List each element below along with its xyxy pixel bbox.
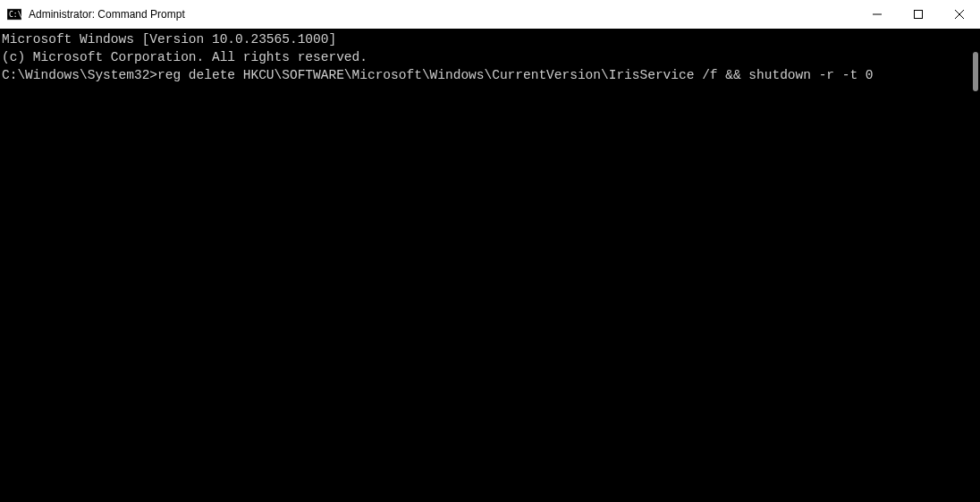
window-controls (857, 0, 980, 29)
maximize-button[interactable] (898, 0, 939, 29)
terminal-prompt: C:\Windows\System32> (2, 68, 157, 82)
titlebar[interactable]: C:\ Administrator: Command Prompt (0, 0, 980, 29)
scrollbar-thumb[interactable] (973, 52, 978, 91)
vertical-scrollbar[interactable] (966, 29, 980, 502)
minimize-button[interactable] (857, 0, 898, 29)
terminal-line-copyright: (c) Microsoft Corporation. All rights re… (2, 48, 980, 66)
command-prompt-window: C:\ Administrator: Command Prompt (0, 0, 980, 502)
terminal-prompt-line: C:\Windows\System32>reg delete HKCU\SOFT… (2, 66, 980, 84)
terminal-command[interactable]: reg delete HKCU\SOFTWARE\Microsoft\Windo… (157, 68, 874, 82)
terminal-line-version: Microsoft Windows [Version 10.0.23565.10… (2, 30, 980, 48)
window-title: Administrator: Command Prompt (29, 8, 185, 21)
close-button[interactable] (939, 0, 980, 29)
svg-text:C:\: C:\ (9, 11, 21, 19)
svg-rect-3 (915, 11, 923, 19)
terminal-area[interactable]: Microsoft Windows [Version 10.0.23565.10… (0, 29, 980, 502)
terminal-content: Microsoft Windows [Version 10.0.23565.10… (0, 29, 980, 84)
cmd-icon: C:\ (7, 7, 21, 21)
